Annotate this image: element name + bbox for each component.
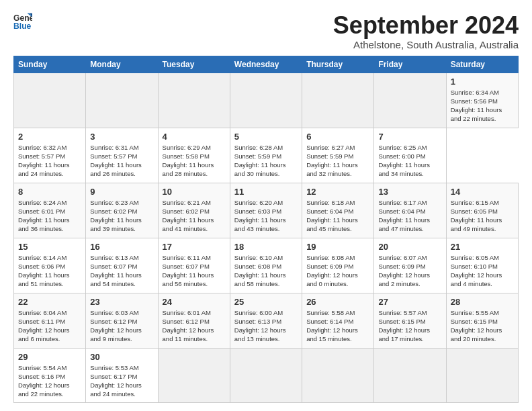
table-row: 19Sunrise: 6:08 AMSunset: 6:09 PMDayligh… — [302, 238, 374, 293]
table-row — [302, 348, 374, 402]
table-row: 9Sunrise: 6:23 AMSunset: 6:02 PMDaylight… — [86, 183, 158, 238]
empty-cell — [374, 73, 446, 128]
col-saturday: Saturday — [446, 56, 518, 73]
table-row: 3Sunrise: 6:31 AMSunset: 5:57 PMDaylight… — [86, 128, 158, 183]
header-row: Sunday Monday Tuesday Wednesday Thursday… — [14, 56, 519, 73]
table-row: 28Sunrise: 5:55 AMSunset: 6:15 PMDayligh… — [446, 293, 518, 348]
table-row: 10Sunrise: 6:21 AMSunset: 6:02 PMDayligh… — [158, 183, 230, 238]
table-row: 5Sunrise: 6:28 AMSunset: 5:59 PMDaylight… — [230, 128, 302, 183]
table-row: 12Sunrise: 6:18 AMSunset: 6:04 PMDayligh… — [302, 183, 374, 238]
empty-cell — [302, 73, 374, 128]
empty-cell — [14, 73, 86, 128]
empty-cell — [86, 73, 158, 128]
table-row: 1Sunrise: 6:34 AMSunset: 5:56 PMDaylight… — [446, 73, 518, 128]
table-row: 7Sunrise: 6:25 AMSunset: 6:00 PMDaylight… — [374, 128, 446, 183]
table-row: 30Sunrise: 5:53 AMSunset: 6:17 PMDayligh… — [86, 348, 158, 402]
col-tuesday: Tuesday — [158, 56, 230, 73]
col-sunday: Sunday — [14, 56, 86, 73]
table-row: 27Sunrise: 5:57 AMSunset: 6:15 PMDayligh… — [374, 293, 446, 348]
table-row: 22Sunrise: 6:04 AMSunset: 6:11 PMDayligh… — [14, 293, 86, 348]
month-title: September 2024 — [333, 12, 519, 39]
table-row — [374, 348, 446, 402]
table-row: 13Sunrise: 6:17 AMSunset: 6:04 PMDayligh… — [374, 183, 446, 238]
table-row: 17Sunrise: 6:11 AMSunset: 6:07 PMDayligh… — [158, 238, 230, 293]
table-row: 6Sunrise: 6:27 AMSunset: 5:59 PMDaylight… — [302, 128, 374, 183]
table-row: 20Sunrise: 6:07 AMSunset: 6:09 PMDayligh… — [374, 238, 446, 293]
col-wednesday: Wednesday — [230, 56, 302, 73]
empty-cell — [158, 73, 230, 128]
table-row: 4Sunrise: 6:29 AMSunset: 5:58 PMDaylight… — [158, 128, 230, 183]
table-row: 21Sunrise: 6:05 AMSunset: 6:10 PMDayligh… — [446, 238, 518, 293]
table-row: 26Sunrise: 5:58 AMSunset: 6:14 PMDayligh… — [302, 293, 374, 348]
table-row: 2Sunrise: 6:32 AMSunset: 5:57 PMDaylight… — [14, 128, 86, 183]
location-subtitle: Athelstone, South Australia, Australia — [333, 39, 519, 50]
table-row: 16Sunrise: 6:13 AMSunset: 6:07 PMDayligh… — [86, 238, 158, 293]
title-area: September 2024 Athelstone, South Austral… — [333, 12, 519, 50]
table-row: 24Sunrise: 6:01 AMSunset: 6:12 PMDayligh… — [158, 293, 230, 348]
empty-cell — [230, 73, 302, 128]
calendar-page: General Blue September 2024 Athelstone, … — [0, 0, 532, 410]
table-row — [446, 348, 518, 402]
table-row: 29Sunrise: 5:54 AMSunset: 6:16 PMDayligh… — [14, 348, 86, 402]
col-friday: Friday — [374, 56, 446, 73]
col-monday: Monday — [86, 56, 158, 73]
table-row: 25Sunrise: 6:00 AMSunset: 6:13 PMDayligh… — [230, 293, 302, 348]
header-area: General Blue September 2024 Athelstone, … — [13, 12, 519, 50]
table-row: 8Sunrise: 6:24 AMSunset: 6:01 PMDaylight… — [14, 183, 86, 238]
table-row: 11Sunrise: 6:20 AMSunset: 6:03 PMDayligh… — [230, 183, 302, 238]
logo-icon: General Blue — [13, 12, 32, 31]
calendar-table: Sunday Monday Tuesday Wednesday Thursday… — [13, 56, 519, 403]
table-row: 18Sunrise: 6:10 AMSunset: 6:08 PMDayligh… — [230, 238, 302, 293]
logo: General Blue — [13, 12, 32, 31]
table-row: 23Sunrise: 6:03 AMSunset: 6:12 PMDayligh… — [86, 293, 158, 348]
table-row — [158, 348, 230, 402]
svg-text:Blue: Blue — [13, 21, 32, 31]
table-row: 14Sunrise: 6:15 AMSunset: 6:05 PMDayligh… — [446, 183, 518, 238]
table-row: 15Sunrise: 6:14 AMSunset: 6:06 PMDayligh… — [14, 238, 86, 293]
col-thursday: Thursday — [302, 56, 374, 73]
table-row — [230, 348, 302, 402]
